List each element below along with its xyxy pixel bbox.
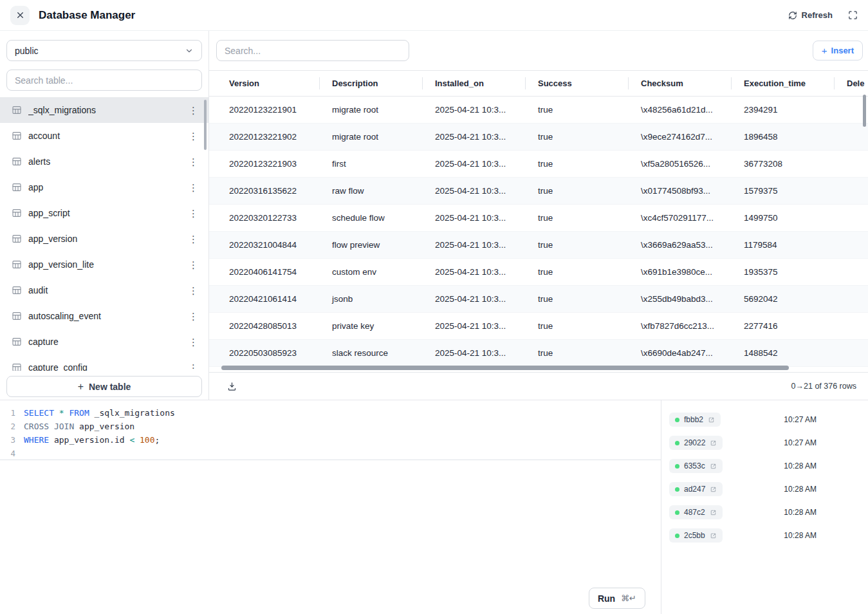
- cell-installed_on: 2025-04-21 10:3...: [422, 178, 525, 204]
- cell-description: private key: [319, 313, 422, 339]
- vertical-scrollbar[interactable]: [863, 95, 866, 127]
- table-name-label: _sqlx_migrations: [28, 105, 181, 115]
- new-table-button[interactable]: + New table: [6, 376, 202, 397]
- table-row[interactable]: 20220316135622raw flow2025-04-21 10:3...…: [209, 178, 868, 205]
- rows-search-input[interactable]: [216, 40, 409, 61]
- table-row[interactable]: 20220123221902migrate root2025-04-21 10:…: [209, 124, 868, 151]
- cell-execution_time: 1896458: [731, 124, 834, 150]
- table-menu-button[interactable]: ⋮: [187, 363, 199, 371]
- table-menu-button[interactable]: ⋮: [187, 312, 199, 321]
- cell-deleted: [834, 124, 868, 150]
- page-title: Database Manager: [39, 9, 135, 22]
- run-badge[interactable]: 487c2: [669, 505, 723, 519]
- table-row[interactable]: 20220321004844flow preview2025-04-21 10:…: [209, 232, 868, 259]
- cell-installed_on: 2025-04-21 10:3...: [422, 286, 525, 312]
- cell-checksum: \xfb7827d6cc213...: [628, 313, 731, 339]
- table-name-label: app_version: [28, 234, 181, 244]
- horizontal-scrollbar[interactable]: [221, 366, 789, 370]
- sidebar-item-app[interactable]: app⋮: [0, 174, 208, 200]
- table-icon: [12, 234, 22, 244]
- table-search-input[interactable]: [6, 70, 202, 91]
- cell-checksum: \xf5a280516526...: [628, 151, 731, 177]
- cell-version: 20220123221902: [216, 124, 319, 150]
- table-menu-button[interactable]: ⋮: [187, 209, 199, 218]
- sidebar-item-app_script[interactable]: app_script⋮: [0, 200, 208, 226]
- run-time: 10:28 AM: [784, 531, 817, 540]
- sidebar-item-alerts[interactable]: alerts⋮: [0, 149, 208, 174]
- cell-installed_on: 2025-04-21 10:3...: [422, 97, 525, 123]
- cell-success: true: [525, 151, 628, 177]
- sidebar-item-app_version_lite[interactable]: app_version_lite⋮: [0, 252, 208, 277]
- column-header-version[interactable]: Version: [216, 71, 319, 96]
- history-item[interactable]: fbbb210:27 AM: [661, 408, 868, 431]
- history-item[interactable]: 2902210:27 AM: [661, 431, 868, 454]
- sidebar-item-autoscaling_event[interactable]: autoscaling_event⋮: [0, 303, 208, 329]
- schema-select[interactable]: public: [6, 40, 202, 61]
- run-badge[interactable]: 6353c: [669, 459, 723, 473]
- table-menu-button[interactable]: ⋮: [187, 131, 199, 141]
- chevron-down-icon: [185, 46, 194, 55]
- table-menu-button[interactable]: ⋮: [187, 157, 199, 167]
- table-menu-button[interactable]: ⋮: [187, 260, 199, 270]
- history-item[interactable]: 2c5bb10:28 AM: [661, 524, 868, 547]
- sidebar-item-capture_config[interactable]: capture_config⋮: [0, 355, 208, 371]
- sidebar-scrollbar[interactable]: [204, 100, 207, 150]
- sidebar-item-app_version[interactable]: app_version⋮: [0, 226, 208, 252]
- external-link-icon: [710, 509, 717, 516]
- cell-checksum: \x691b1e3980ce...: [628, 259, 731, 285]
- insert-button[interactable]: + Insert: [813, 41, 863, 60]
- column-header-description[interactable]: Description: [319, 71, 422, 96]
- table-row[interactable]: 20220123221901migrate root2025-04-21 10:…: [209, 97, 868, 124]
- cell-installed_on: 2025-04-21 10:3...: [422, 151, 525, 177]
- column-header-execution_time[interactable]: Execution_time: [731, 71, 834, 96]
- column-header-deleted[interactable]: Dele: [834, 71, 868, 96]
- cell-success: true: [525, 340, 628, 366]
- table-menu-button[interactable]: ⋮: [187, 183, 199, 192]
- table-menu-button[interactable]: ⋮: [187, 337, 199, 347]
- table-row[interactable]: 20220406141754custom env2025-04-21 10:3.…: [209, 259, 868, 286]
- column-header-success[interactable]: Success: [525, 71, 628, 96]
- close-icon: [16, 11, 24, 19]
- run-badge[interactable]: fbbb2: [669, 413, 721, 427]
- external-link-icon: [708, 416, 715, 423]
- table-row[interactable]: 20220123221903first2025-04-21 10:3...tru…: [209, 151, 868, 178]
- plus-icon: +: [822, 45, 827, 56]
- table-menu-button[interactable]: ⋮: [187, 106, 199, 115]
- refresh-button[interactable]: Refresh: [788, 10, 833, 20]
- table-menu-button[interactable]: ⋮: [187, 286, 199, 295]
- run-badge[interactable]: 29022: [669, 436, 723, 450]
- history-item[interactable]: 6353c10:28 AM: [661, 454, 868, 478]
- close-button[interactable]: [10, 6, 30, 25]
- editor-lines: 1SELECT * FROM _sqlx_migrations2CROSS JO…: [0, 406, 661, 460]
- table-name-label: capture: [28, 337, 181, 347]
- fullscreen-button[interactable]: [848, 10, 858, 20]
- refresh-label: Refresh: [802, 10, 833, 20]
- column-header-checksum[interactable]: Checksum: [628, 71, 731, 96]
- table-name-label: app: [28, 182, 181, 192]
- status-dot-success: [675, 534, 679, 538]
- cell-success: true: [525, 259, 628, 285]
- table-row[interactable]: 20220503085923slack resource2025-04-21 1…: [209, 340, 868, 367]
- table-row[interactable]: 20220428085013private key2025-04-21 10:3…: [209, 313, 868, 340]
- run-id: fbbb2: [684, 415, 703, 424]
- run-button[interactable]: Run ⌘↵: [589, 588, 645, 609]
- history-item[interactable]: ad24710:28 AM: [661, 478, 868, 501]
- download-button[interactable]: [227, 382, 237, 391]
- sidebar-item-audit[interactable]: audit⋮: [0, 277, 208, 303]
- sidebar-item-_sqlx_migrations[interactable]: _sqlx_migrations⋮: [0, 97, 208, 123]
- plus-icon: +: [78, 381, 84, 393]
- run-badge[interactable]: ad247: [669, 482, 723, 496]
- sidebar-item-capture[interactable]: capture⋮: [0, 329, 208, 355]
- table-menu-button[interactable]: ⋮: [187, 234, 199, 244]
- run-badge[interactable]: 2c5bb: [669, 528, 723, 543]
- table-row[interactable]: 20220421061414jsonb2025-04-21 10:3...tru…: [209, 286, 868, 313]
- sidebar-item-account[interactable]: account⋮: [0, 123, 208, 149]
- table-header-row: VersionDescriptionInstalled_onSuccessChe…: [209, 70, 868, 97]
- code-line: 3WHERE app_version.id < 100;: [0, 433, 661, 447]
- column-header-installed_on[interactable]: Installed_on: [422, 71, 525, 96]
- history-item[interactable]: 487c210:28 AM: [661, 501, 868, 524]
- run-id: ad247: [684, 485, 705, 494]
- table-row[interactable]: 20220320122733schedule flow2025-04-21 10…: [209, 205, 868, 232]
- table-icon: [12, 259, 22, 270]
- sql-editor[interactable]: 1SELECT * FROM _sqlx_migrations2CROSS JO…: [0, 400, 661, 614]
